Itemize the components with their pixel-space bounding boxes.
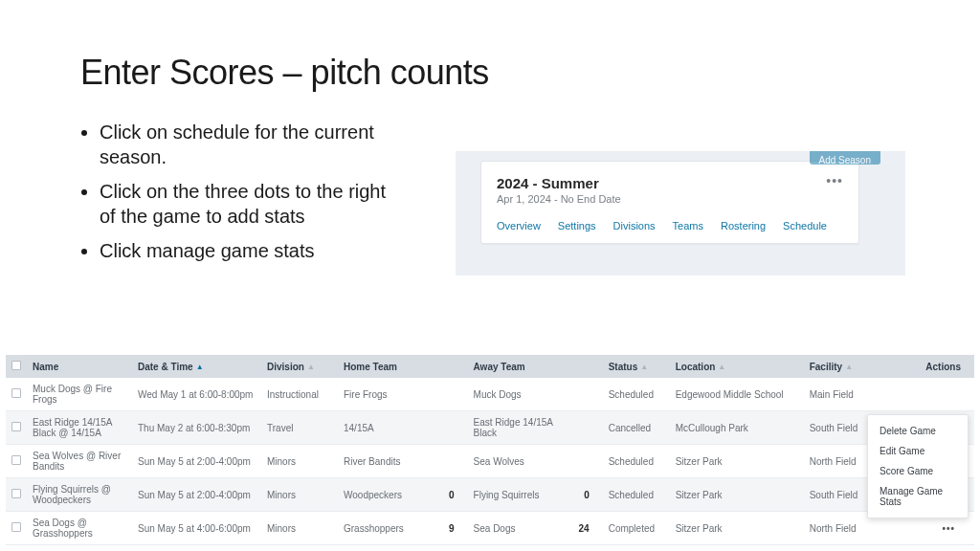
cell-facility: North Field bbox=[804, 445, 871, 478]
cell-datetime: Sun May 5 at 2:00-4:00pm bbox=[132, 445, 261, 478]
cell-home-score bbox=[443, 378, 468, 411]
col-location[interactable]: Location▲ bbox=[670, 355, 804, 378]
row-checkbox[interactable] bbox=[11, 422, 21, 431]
row-checkbox[interactable] bbox=[11, 455, 21, 465]
row-action-menu: Delete Game Edit Game Score Game Manage … bbox=[867, 414, 969, 518]
cell-away-score bbox=[573, 378, 603, 411]
cell-away-score: 0 bbox=[573, 478, 603, 512]
cell-division: Minors bbox=[261, 478, 338, 512]
col-division[interactable]: Division▲ bbox=[261, 355, 338, 378]
col-datetime[interactable]: Date & Time▲ bbox=[132, 355, 261, 378]
cell-datetime: Thu May 2 at 6:00-8:30pm bbox=[132, 411, 261, 445]
sort-icon: ▲ bbox=[718, 363, 725, 371]
cell-away-score bbox=[573, 445, 603, 478]
cell-home-score bbox=[443, 411, 468, 445]
cell-away: Flying Squirrels bbox=[468, 478, 573, 512]
cell-home: Woodpeckers bbox=[338, 478, 443, 512]
col-actions: Actions bbox=[871, 355, 974, 378]
col-away-label: Away Team bbox=[474, 362, 525, 372]
col-status-label: Status bbox=[609, 362, 638, 372]
cell-away: Sea Wolves bbox=[468, 445, 573, 478]
cell-location: McCullough Park bbox=[670, 411, 804, 445]
slide-title: Enter Scores – pitch counts bbox=[0, 0, 980, 93]
col-actions-label: Actions bbox=[925, 362, 961, 372]
add-season-button[interactable]: Add Season bbox=[810, 151, 881, 165]
cell-location: Edgewood Middle School bbox=[670, 378, 804, 411]
tab-schedule[interactable]: Schedule bbox=[783, 220, 827, 231]
row-checkbox[interactable] bbox=[11, 489, 21, 498]
col-datetime-label: Date & Time bbox=[138, 362, 193, 372]
season-title: 2024 - Summer bbox=[497, 175, 843, 191]
season-tabs: Overview Settings Divisions Teams Roster… bbox=[497, 220, 843, 231]
cell-status: Scheduled bbox=[603, 478, 670, 512]
season-date-range: Apr 1, 2024 - No End Date bbox=[497, 193, 843, 205]
cell-home: River Bandits bbox=[338, 445, 443, 478]
select-all-checkbox[interactable] bbox=[11, 361, 21, 370]
cell-status: Cancelled bbox=[603, 411, 670, 445]
season-card: ••• 2024 - Summer Apr 1, 2024 - No End D… bbox=[480, 161, 859, 244]
action-delete-game[interactable]: Delete Game bbox=[868, 421, 968, 441]
cell-division: Travel bbox=[261, 411, 338, 445]
cell-name: East Ridge 14/15A Black @ 14/15A bbox=[27, 411, 132, 445]
table-row: Muck Dogs @ Fire FrogsWed May 1 at 6:00-… bbox=[6, 378, 974, 411]
table-row: Flying Squirrels @ WoodpeckersSun May 5 … bbox=[6, 478, 974, 512]
cell-location: Sitzer Park bbox=[670, 512, 804, 545]
cell-datetime: Wed May 1 at 6:00-8:00pm bbox=[132, 378, 261, 411]
cell-home-score: 0 bbox=[443, 478, 468, 512]
table-row: Sea Dogs @ GrasshoppersSun May 5 at 4:00… bbox=[6, 512, 974, 545]
cell-away: Sea Dogs bbox=[468, 512, 573, 545]
table-header-row: Name Date & Time▲ Division▲ Home Team Aw… bbox=[6, 355, 974, 378]
tab-rostering[interactable]: Rostering bbox=[721, 220, 766, 231]
cell-status: Scheduled bbox=[603, 378, 670, 411]
col-name[interactable]: Name bbox=[27, 355, 132, 378]
cell-name: Sea Dogs @ Grasshoppers bbox=[27, 512, 132, 545]
cell-division: Minors bbox=[261, 445, 338, 478]
col-facility[interactable]: Facility▲ bbox=[804, 355, 871, 378]
col-home-label: Home Team bbox=[344, 362, 397, 372]
cell-name: Muck Dogs @ Fire Frogs bbox=[27, 378, 132, 411]
col-facility-label: Facility bbox=[810, 362, 842, 372]
col-checkbox bbox=[6, 355, 27, 378]
games-table: Name Date & Time▲ Division▲ Home Team Aw… bbox=[6, 355, 974, 545]
cell-datetime: Sun May 5 at 2:00-4:00pm bbox=[132, 478, 261, 512]
header-button-bar: Add Season bbox=[810, 151, 881, 168]
sort-icon: ▲ bbox=[307, 363, 315, 371]
cell-division: Instructional bbox=[261, 378, 338, 411]
tab-overview[interactable]: Overview bbox=[497, 220, 541, 231]
cell-away: East Ridge 14/15A Black bbox=[468, 411, 573, 445]
table-row: Sea Wolves @ River BanditsSun May 5 at 2… bbox=[6, 445, 974, 478]
table-body: Muck Dogs @ Fire FrogsWed May 1 at 6:00-… bbox=[6, 378, 974, 545]
cell-facility: North Field bbox=[804, 512, 871, 545]
col-home-score bbox=[443, 355, 468, 378]
games-table-wrap: Name Date & Time▲ Division▲ Home Team Aw… bbox=[6, 355, 974, 545]
cell-away-score bbox=[573, 411, 603, 445]
cell-facility: South Field bbox=[804, 411, 871, 445]
action-edit-game[interactable]: Edit Game bbox=[868, 441, 968, 461]
col-home[interactable]: Home Team bbox=[338, 355, 443, 378]
sort-asc-icon: ▲ bbox=[196, 363, 204, 371]
row-actions-button[interactable] bbox=[871, 378, 974, 411]
cell-division: Minors bbox=[261, 512, 338, 545]
season-menu-dots-icon[interactable]: ••• bbox=[826, 173, 843, 188]
col-away[interactable]: Away Team bbox=[468, 355, 573, 378]
tab-divisions[interactable]: Divisions bbox=[613, 220, 656, 231]
cell-home: 14/15A bbox=[338, 411, 443, 445]
cell-location: Sitzer Park bbox=[670, 478, 804, 512]
tab-settings[interactable]: Settings bbox=[558, 220, 596, 231]
cell-home: Grasshoppers bbox=[338, 512, 443, 545]
cell-name: Sea Wolves @ River Bandits bbox=[27, 445, 132, 478]
bullet-item: Click on the three dots to the right of … bbox=[100, 179, 402, 229]
bullet-item: Click manage game stats bbox=[100, 238, 402, 263]
bullet-list: Click on schedule for the current season… bbox=[0, 93, 402, 263]
col-status[interactable]: Status▲ bbox=[603, 355, 670, 378]
cell-home-score bbox=[443, 445, 468, 478]
col-division-label: Division bbox=[267, 362, 304, 372]
row-checkbox[interactable] bbox=[11, 522, 21, 532]
table-row: East Ridge 14/15A Black @ 14/15AThu May … bbox=[6, 411, 974, 445]
row-checkbox[interactable] bbox=[11, 388, 21, 398]
cell-home-score: 9 bbox=[443, 512, 468, 545]
season-card-panel: Add Season ••• 2024 - Summer Apr 1, 2024… bbox=[456, 151, 905, 276]
action-score-game[interactable]: Score Game bbox=[868, 461, 968, 481]
action-manage-game-stats[interactable]: Manage Game Stats bbox=[868, 481, 968, 512]
tab-teams[interactable]: Teams bbox=[673, 220, 703, 231]
